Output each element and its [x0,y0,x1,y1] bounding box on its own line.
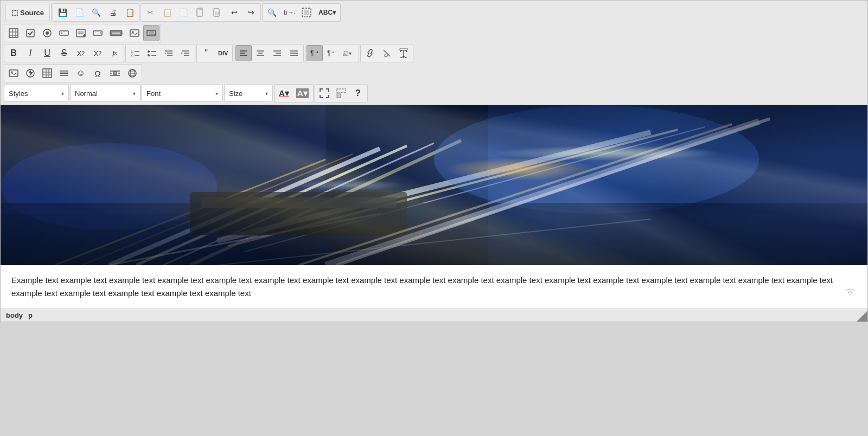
replace-button[interactable]: b→a [280,4,298,21]
showblocks-button[interactable] [333,85,349,101]
div-button[interactable]: DIV [215,45,231,61]
normal-dropdown[interactable]: Normal ▾ [70,85,141,102]
inserttable-button[interactable] [39,65,55,81]
bold-button[interactable]: B [5,45,22,61]
spellcheck-button[interactable]: ABC▾ [315,4,339,21]
iframe-button[interactable] [124,65,141,81]
align-center-button[interactable] [252,45,269,61]
redo-button[interactable]: ↪ [243,4,259,21]
strike-button[interactable]: S [56,45,72,61]
anchor-icon [399,48,409,58]
align-right-button[interactable] [269,45,285,61]
ltr-button[interactable]: ¶ [323,45,340,61]
preview-button[interactable]: 🔍 [88,4,104,21]
unlink-icon [382,48,392,58]
pastefromword-button[interactable]: W [209,4,226,21]
print-button[interactable]: 🖨 [105,4,121,21]
about-button[interactable]: ? [350,85,366,101]
bgcolor-button[interactable]: A▾ [293,85,312,101]
indent-icon [181,48,190,58]
svg-rect-96 [1,203,867,265]
toolbar-row-1: ⬚ Source 💾 📄 🔍 🖨 📋 [4,3,864,22]
smiley-button[interactable]: ☺ [73,65,89,81]
svg-line-88 [190,140,461,265]
svg-point-94 [434,105,759,214]
pastetext-icon [196,8,206,17]
new-button[interactable]: 📄 [71,4,87,21]
svg-rect-15 [60,31,68,35]
undo-button[interactable]: ↩ [226,4,242,21]
paste-button[interactable]: 📄 [176,4,192,21]
toolbar-group-source: ⬚ Source [4,3,52,22]
select-button[interactable] [90,25,106,41]
copy-button[interactable]: 📋 [159,4,175,21]
svg-point-95 [1,143,218,230]
editor-text[interactable]: Example text example text example text e… [1,265,867,309]
selectall-button[interactable] [298,4,315,21]
unlink-button[interactable] [379,45,395,61]
hiddenfields-button[interactable] [143,25,159,41]
source-button[interactable]: ⬚ Source [5,4,50,21]
textarea-button[interactable] [73,25,89,41]
rtl-icon: ¶ [310,48,320,58]
image-icon [130,28,139,38]
svg-rect-80 [337,89,346,93]
find-button[interactable]: 🔍 [264,4,280,21]
toolbar-group-inline: B I U S X2 X2 Ix [4,44,124,62]
specialchar-button[interactable]: Ω [90,65,106,81]
align-right-icon [272,48,282,58]
radio-icon [42,28,52,38]
cut-button[interactable]: ✂ [142,4,158,21]
save-button[interactable]: 💾 [54,4,71,21]
toolbar-group-lists: 1. 2. [125,44,195,62]
table-button[interactable] [5,25,22,41]
styles-dropdown[interactable]: Styles ▾ [4,85,69,102]
svg-rect-7 [9,29,18,37]
maximize-button[interactable] [316,85,333,101]
pagebreak-button[interactable] [106,65,124,81]
svg-line-90 [228,130,678,246]
fontcolor-button[interactable]: A▾ [276,85,292,101]
orderedlist-button[interactable]: 1. 2. [127,45,143,61]
templates-button[interactable]: 📋 [122,4,138,21]
svg-text:話▾: 話▾ [343,50,352,56]
justify-button[interactable] [286,45,302,61]
textfield-button[interactable] [56,25,72,41]
svg-rect-82 [1,105,867,265]
button-button[interactable] [106,25,126,41]
underline-button[interactable]: U [39,45,55,61]
pastetext-button[interactable] [193,4,209,21]
radio-button[interactable] [39,25,55,41]
link-button[interactable] [362,45,378,61]
font-dropdown[interactable]: Font ▾ [142,85,223,102]
removeformat-button[interactable]: Ix [106,45,123,61]
svg-line-89 [218,132,651,241]
horizontalrule-button[interactable] [56,65,72,81]
svg-text:¶: ¶ [327,49,330,57]
svg-rect-84 [488,105,867,265]
rtl-button[interactable]: ¶ [307,45,323,61]
indent-button[interactable] [177,45,194,61]
checkbox-button[interactable] [22,25,39,41]
image-button[interactable] [126,25,143,41]
language-button[interactable]: 話▾ [340,45,358,61]
svg-rect-60 [9,70,18,76]
italic-button[interactable]: I [22,45,39,61]
templates-icon: 📋 [125,8,135,17]
iframe-icon [127,68,137,78]
subscript-button[interactable]: X2 [73,45,89,61]
resize-handle[interactable] [857,311,867,322]
example-paragraph: Example text example text example text e… [11,274,857,300]
superscript-button[interactable]: X2 [90,45,106,61]
svg-line-86 [136,146,407,265]
size-dropdown[interactable]: Size ▾ [224,85,273,102]
blockquote-button[interactable]: " [198,45,214,61]
align-left-button[interactable] [235,45,252,61]
insertimage-button[interactable] [5,65,22,81]
svg-line-97 [109,214,380,265]
unorderedlist-button[interactable] [144,45,160,61]
flash-button[interactable] [22,65,39,81]
svg-line-85 [109,149,380,265]
anchor-button[interactable] [395,45,412,61]
outdent-button[interactable] [161,45,177,61]
